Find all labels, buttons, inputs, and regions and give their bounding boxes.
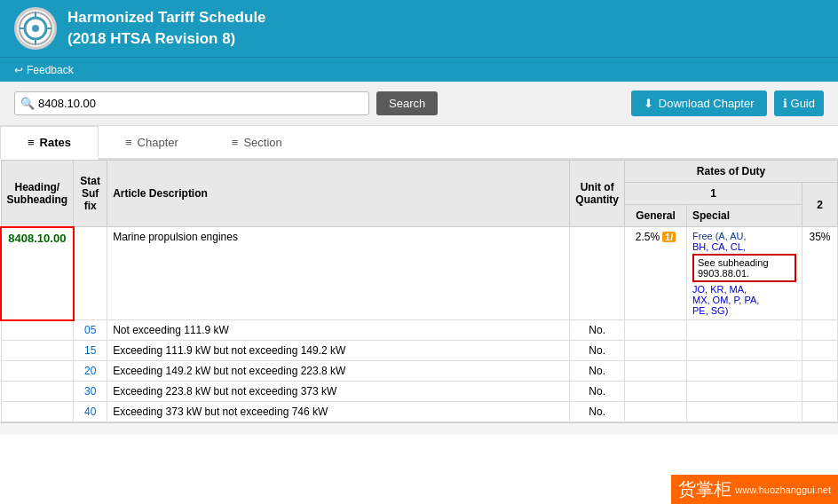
feedback-icon: ↩ <box>14 64 23 76</box>
section-tab-label: Section <box>243 136 281 149</box>
section-tab-icon: ≡ <box>232 136 239 149</box>
special-cell <box>687 361 802 382</box>
table-row: 8408.10.00 Marine propulsion engines 2.5… <box>1 227 838 320</box>
stat-cell: 30 <box>74 382 107 402</box>
search-input[interactable] <box>38 92 340 114</box>
th-col2: 2 <box>802 183 838 227</box>
download-chapter-button[interactable]: ⬇ Download Chapter <box>631 91 767 116</box>
heading-cell <box>1 341 74 361</box>
stat-cell-main <box>74 227 107 320</box>
tab-rates[interactable]: ≡ Rates <box>0 126 99 160</box>
th-article: Article Description <box>107 161 570 227</box>
article-cell: Not exceeding 111.9 kW <box>107 320 570 341</box>
th-general: General <box>625 205 687 227</box>
article-cell-main: Marine propulsion engines <box>107 227 570 320</box>
horizontal-scrollbar[interactable] <box>0 422 838 435</box>
rate2-cell <box>802 320 838 341</box>
article-cell: Exceeding 111.9 kW but not exceeding 149… <box>107 341 570 361</box>
tab-chapter[interactable]: ≡ Chapter <box>99 126 205 158</box>
stat-cell: 15 <box>74 341 107 361</box>
special-countries4: PE, SG) <box>692 305 728 316</box>
article-cell: Exceeding 223.8 kW but not exceeding 373… <box>107 382 570 402</box>
toolbar: 🔍 Search ⬇ Download Chapter ℹ Guid <box>0 82 838 126</box>
th-unit: Unit of Quantity <box>570 161 625 227</box>
feedback-link[interactable]: ↩ Feedback <box>14 64 74 76</box>
general-cell <box>625 382 687 402</box>
rates-tab-icon: ≡ <box>28 136 35 149</box>
general-cell <box>625 341 687 361</box>
article-cell: Exceeding 149.2 kW but not exceeding 223… <box>107 361 570 382</box>
search-wrap: 🔍 <box>14 91 369 115</box>
guide-button[interactable]: ℹ Guid <box>774 91 824 116</box>
chapter-tab-icon: ≡ <box>125 136 132 149</box>
heading-cell <box>1 361 74 382</box>
rate-footnote: 1/ <box>662 232 676 242</box>
th-rates-of-duty: Rates of Duty <box>625 161 838 183</box>
general-cell-main: 2.5% 1/ <box>625 227 687 320</box>
heading-cell <box>1 320 74 341</box>
unit-cell-main <box>570 227 625 320</box>
download-icon: ⬇ <box>644 97 653 110</box>
general-cell <box>625 402 687 422</box>
special-free-text: Free (A, AU, <box>692 231 747 241</box>
special-countries3: MX, OM, P, PA, <box>692 295 759 305</box>
header-logo <box>14 7 57 50</box>
page-header: Harmonized Tariff Schedule (2018 HTSA Re… <box>0 0 838 57</box>
special-countries2: JO, KR, MA, <box>692 284 747 295</box>
table-row: 15 Exceeding 111.9 kW but not exceeding … <box>1 341 838 361</box>
guide-icon: ℹ <box>783 97 787 110</box>
search-button-label: Search <box>389 97 425 110</box>
table-row: 05 Not exceeding 111.9 kW No. <box>1 320 838 341</box>
special-cell <box>687 402 802 422</box>
subheading-note: See subheading 9903.88.01. <box>692 254 796 282</box>
article-cell: Exceeding 373 kW but not exceeding 746 k… <box>107 402 570 422</box>
th-col1: 1 <box>625 183 802 205</box>
table-row: 20 Exceeding 149.2 kW but not exceeding … <box>1 361 838 382</box>
rate2-cell <box>802 402 838 422</box>
th-stat: Stat Suf fix <box>74 161 107 227</box>
general-cell <box>625 361 687 382</box>
stat-cell: 40 <box>74 402 107 422</box>
rate-number: 2.5% <box>636 231 660 243</box>
search-button[interactable]: Search <box>376 91 438 115</box>
rate2-cell <box>802 382 838 402</box>
svg-point-2 <box>32 25 39 32</box>
feedback-bar: ↩ Feedback <box>0 57 838 82</box>
heading-cell-highlighted: 8408.10.00 <box>1 227 74 320</box>
rate2-cell <box>802 361 838 382</box>
special-cell-main: Free (A, AU, BH, CA, CL, See subheading … <box>687 227 802 320</box>
unit-cell: No. <box>570 402 625 422</box>
feedback-label: Feedback <box>27 64 74 76</box>
rate-badge: 2.5% 1/ <box>636 231 676 243</box>
stat-cell: 05 <box>74 320 107 341</box>
rate2-cell-main: 35% <box>802 227 838 320</box>
download-chapter-label: Download Chapter <box>659 97 755 110</box>
table-row: 40 Exceeding 373 kW but not exceeding 74… <box>1 402 838 422</box>
heading-cell <box>1 402 74 422</box>
stat-cell: 20 <box>74 361 107 382</box>
table-area: Heading/ Subheading Stat Suf fix Article… <box>0 160 838 422</box>
heading-cell <box>1 382 74 402</box>
th-heading: Heading/ Subheading <box>1 161 74 227</box>
special-countries1: BH, CA, CL, <box>692 241 746 252</box>
guide-label: Guid <box>791 97 815 110</box>
th-special: Special <box>687 205 802 227</box>
tab-section[interactable]: ≡ Section <box>205 126 309 158</box>
header-title-line1: Harmonized Tariff Schedule <box>67 7 266 28</box>
header-title-block: Harmonized Tariff Schedule (2018 HTSA Re… <box>67 7 266 50</box>
unit-cell: No. <box>570 320 625 341</box>
search-icon: 🔍 <box>20 97 35 110</box>
table-row: 30 Exceeding 223.8 kW but not exceeding … <box>1 382 838 402</box>
special-cell <box>687 320 802 341</box>
special-cell <box>687 341 802 361</box>
rates-tab-label: Rates <box>40 136 71 149</box>
special-cell <box>687 382 802 402</box>
tariff-table: Heading/ Subheading Stat Suf fix Article… <box>0 160 838 422</box>
unit-cell: No. <box>570 341 625 361</box>
general-cell <box>625 320 687 341</box>
tabs-bar: ≡ Rates ≡ Chapter ≡ Section <box>0 126 838 160</box>
unit-cell: No. <box>570 382 625 402</box>
rate2-cell <box>802 341 838 361</box>
unit-cell: No. <box>570 361 625 382</box>
chapter-tab-label: Chapter <box>138 136 178 149</box>
